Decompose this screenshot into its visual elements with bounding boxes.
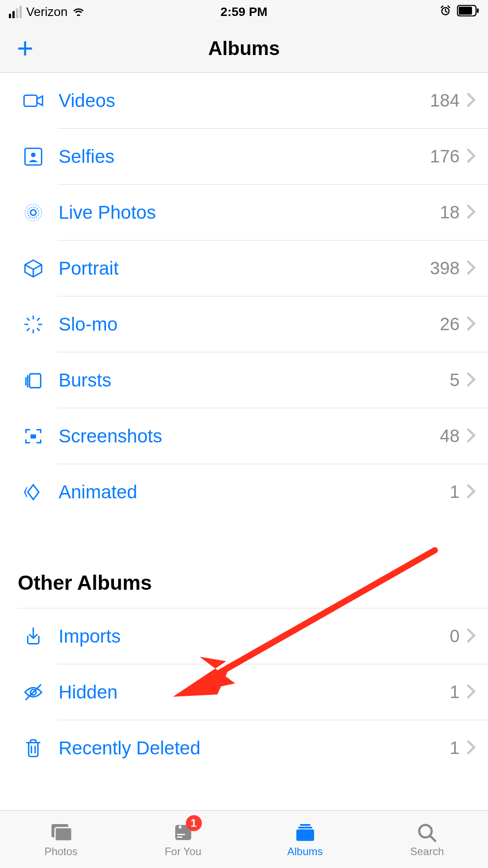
row-label: Bursts: [49, 370, 450, 391]
chevron-right-icon: [467, 740, 476, 757]
carrier-label: Verizon: [26, 5, 67, 19]
alarm-icon: [439, 4, 452, 20]
tab-bar: Photos 1 For You Albums Search: [0, 810, 488, 868]
row-live-photos[interactable]: Live Photos 18: [0, 185, 488, 240]
svg-line-16: [27, 328, 29, 330]
row-selfies[interactable]: Selfies 176: [0, 129, 488, 184]
row-label: Live Photos: [49, 202, 440, 223]
svg-rect-2: [459, 7, 472, 15]
svg-rect-28: [177, 834, 185, 835]
svg-rect-29: [177, 836, 182, 838]
row-animated[interactable]: Animated 1: [0, 464, 488, 520]
portrait-icon: [18, 257, 49, 280]
photos-icon: [49, 821, 74, 843]
chevron-right-icon: [467, 260, 476, 277]
row-count: 1: [450, 738, 460, 758]
row-videos[interactable]: Videos 184: [0, 73, 488, 128]
svg-rect-26: [55, 828, 72, 841]
tab-label: Photos: [44, 845, 78, 858]
imports-icon: [18, 625, 49, 647]
svg-line-34: [430, 836, 435, 841]
row-label: Portrait: [49, 258, 430, 279]
battery-icon: [457, 5, 479, 20]
animated-icon: [18, 481, 49, 503]
screenshots-icon: [18, 425, 49, 447]
tab-search[interactable]: Search: [366, 811, 488, 868]
tab-label: Albums: [287, 845, 323, 858]
chevron-right-icon: [467, 204, 476, 221]
row-label: Selfies: [49, 146, 430, 167]
chevron-right-icon: [467, 484, 476, 501]
row-label: Slo-mo: [49, 314, 440, 335]
row-recently-deleted[interactable]: Recently Deleted 1: [0, 720, 488, 776]
svg-line-14: [27, 318, 29, 320]
svg-point-7: [31, 209, 36, 215]
svg-rect-19: [31, 434, 36, 438]
svg-rect-30: [300, 824, 311, 826]
tab-for-you[interactable]: 1 For You: [122, 811, 244, 868]
row-count: 18: [440, 202, 460, 222]
svg-line-17: [37, 318, 39, 320]
svg-rect-31: [298, 827, 312, 829]
chevron-right-icon: [467, 428, 476, 445]
search-icon: [415, 821, 440, 843]
chevron-right-icon: [467, 372, 476, 389]
chevron-right-icon: [467, 628, 476, 645]
row-count: 176: [430, 146, 460, 166]
row-label: Videos: [49, 90, 430, 111]
row-screenshots[interactable]: Screenshots 48: [0, 408, 488, 464]
video-icon: [18, 90, 49, 112]
clock-label: 2:59 PM: [220, 5, 268, 19]
chevron-right-icon: [467, 316, 476, 333]
row-count: 0: [450, 626, 460, 646]
tab-albums[interactable]: Albums: [244, 811, 366, 868]
svg-point-6: [31, 152, 35, 157]
section-other-albums: Other Albums: [0, 571, 488, 595]
signal-icon: [9, 6, 22, 18]
hidden-icon: [18, 681, 49, 703]
live-photos-icon: [18, 201, 49, 224]
chevron-right-icon: [467, 684, 476, 701]
slo-mo-icon: [18, 313, 49, 335]
row-count: 26: [440, 314, 460, 334]
row-label: Imports: [49, 626, 450, 647]
svg-rect-3: [477, 8, 479, 13]
row-portrait[interactable]: Portrait 398: [0, 241, 488, 296]
row-count: 1: [450, 682, 460, 702]
wifi-icon: [72, 5, 85, 19]
selfies-icon: [18, 146, 49, 168]
row-slo-mo[interactable]: Slo-mo 26: [0, 296, 488, 352]
row-label: Screenshots: [49, 426, 440, 447]
svg-rect-4: [24, 95, 37, 106]
row-count: 48: [440, 426, 460, 446]
row-label: Recently Deleted: [49, 738, 450, 759]
trash-icon: [18, 737, 49, 759]
tab-label: Search: [410, 845, 444, 858]
row-count: 5: [450, 370, 460, 390]
for-you-badge: 1: [186, 815, 202, 831]
tab-photos[interactable]: Photos: [0, 811, 122, 868]
row-label: Hidden: [49, 682, 450, 703]
bursts-icon: [18, 369, 49, 391]
row-hidden[interactable]: Hidden 1: [0, 664, 488, 720]
row-count: 184: [430, 91, 460, 110]
status-bar: Verizon 2:59 PM: [0, 0, 488, 24]
chevron-right-icon: [467, 148, 476, 165]
svg-rect-32: [296, 829, 314, 841]
tab-label: For You: [165, 845, 201, 858]
media-types-list: Videos 184 Selfies 176 Live Photos 18 Po…: [0, 73, 488, 776]
chevron-right-icon: [467, 92, 476, 109]
row-label: Animated: [49, 481, 450, 503]
svg-line-15: [37, 328, 39, 330]
svg-point-8: [28, 207, 39, 218]
page-title: Albums: [208, 37, 279, 59]
row-bursts[interactable]: Bursts 5: [0, 352, 488, 408]
row-imports[interactable]: Imports 0: [0, 608, 488, 664]
row-count: 1: [450, 482, 460, 502]
svg-rect-18: [30, 374, 41, 387]
row-count: 398: [430, 258, 460, 278]
nav-header: + Albums: [0, 24, 488, 73]
albums-icon: [293, 821, 318, 843]
